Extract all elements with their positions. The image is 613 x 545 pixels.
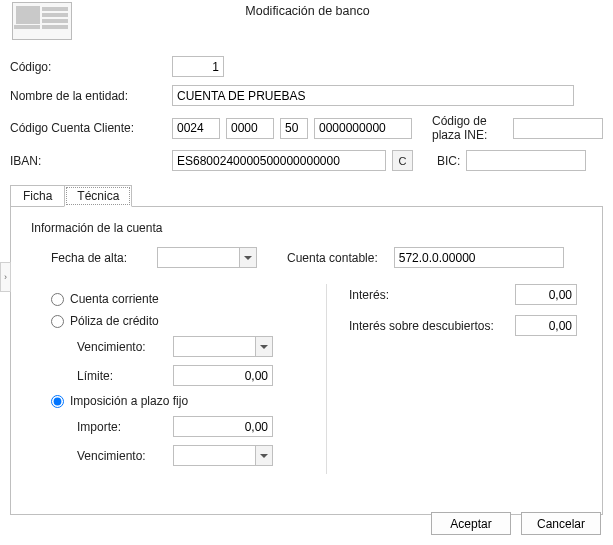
codigo-input[interactable]	[172, 56, 224, 77]
nombre-entidad-input[interactable]	[172, 85, 574, 106]
radio-plazo-fijo[interactable]	[51, 395, 64, 408]
collapse-handle[interactable]: ›	[0, 262, 11, 292]
importe-input[interactable]	[173, 416, 273, 437]
section-title: Información de la cuenta	[31, 221, 582, 235]
radio-cuenta-corriente-label: Cuenta corriente	[70, 292, 159, 306]
doc-thumbnail-icon	[12, 2, 72, 40]
plazo-vencimiento-dropdown-icon[interactable]	[255, 445, 273, 466]
plazo-vencimiento-input[interactable]	[173, 445, 255, 466]
nombre-entidad-label: Nombre de la entidad:	[10, 89, 172, 103]
tab-ficha[interactable]: Ficha	[10, 185, 65, 206]
ccc-label: Código Cuenta Cliente:	[10, 121, 172, 135]
poliza-vencimiento-input[interactable]	[173, 336, 255, 357]
ccc-bank-input[interactable]	[172, 118, 220, 139]
fecha-alta-label: Fecha de alta:	[51, 251, 151, 265]
ccc-branch-input[interactable]	[226, 118, 274, 139]
poliza-vencimiento-dropdown-icon[interactable]	[255, 336, 273, 357]
cuenta-contable-input[interactable]	[394, 247, 564, 268]
radio-cuenta-corriente[interactable]	[51, 293, 64, 306]
radio-poliza-credito-label: Póliza de crédito	[70, 314, 159, 328]
interes-input[interactable]	[515, 284, 577, 305]
ccc-account-input[interactable]	[314, 118, 412, 139]
dialog-title: Modificación de banco	[72, 2, 603, 18]
codigo-label: Código:	[10, 60, 172, 74]
radio-poliza-credito[interactable]	[51, 315, 64, 328]
importe-label: Importe:	[77, 420, 167, 434]
interes-label: Interés:	[349, 288, 509, 302]
bic-input[interactable]	[466, 150, 586, 171]
radio-plazo-fijo-label: Imposición a plazo fijo	[70, 394, 188, 408]
ine-label: Código de plaza INE:	[432, 114, 507, 142]
cancel-button[interactable]: Cancelar	[521, 512, 601, 535]
iban-label: IBAN:	[10, 154, 172, 168]
interes-descubierto-input[interactable]	[515, 315, 577, 336]
ine-input[interactable]	[513, 118, 603, 139]
plazo-vencimiento-label: Vencimiento:	[77, 449, 167, 463]
iban-input[interactable]	[172, 150, 386, 171]
iban-calc-button[interactable]: C	[392, 150, 413, 171]
tab-tecnica[interactable]: Técnica	[64, 185, 132, 207]
bic-label: BIC:	[437, 154, 460, 168]
interes-descubierto-label: Interés sobre descubiertos:	[349, 319, 509, 333]
limite-input[interactable]	[173, 365, 273, 386]
cuenta-contable-label: Cuenta contable:	[287, 251, 378, 265]
accept-button[interactable]: Aceptar	[431, 512, 511, 535]
fecha-alta-dropdown-icon[interactable]	[239, 247, 257, 268]
limite-label: Límite:	[77, 369, 167, 383]
fecha-alta-input[interactable]	[157, 247, 239, 268]
tecnica-panel: Información de la cuenta Fecha de alta: …	[10, 207, 603, 515]
poliza-vencimiento-label: Vencimiento:	[77, 340, 167, 354]
ccc-dc-input[interactable]	[280, 118, 308, 139]
